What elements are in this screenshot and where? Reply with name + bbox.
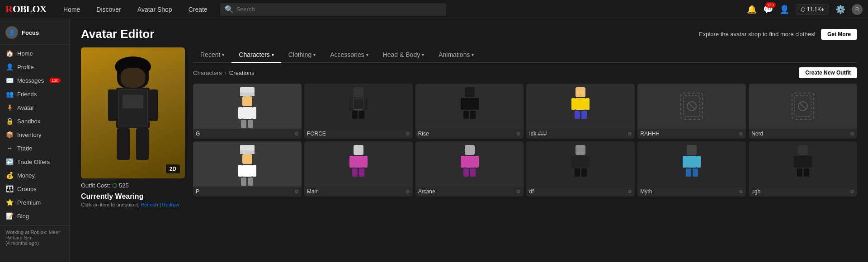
outfit-gear-rise[interactable]: ⚙ (516, 131, 521, 137)
unequip-label: Click an item to unequip it. (81, 202, 139, 207)
shop-banner-text: Explore the avatar shop to find more clo… (699, 31, 816, 37)
tab-clothing[interactable]: Clothing ▾ (281, 47, 323, 63)
outfit-item-p[interactable]: P ⚙ (193, 141, 302, 196)
outfit-thumb-rahhh (637, 84, 746, 129)
outfit-item-myth[interactable]: Myth ⚙ (637, 141, 746, 196)
sidebar-label-profile: Profile (17, 64, 34, 70)
outfit-gear-df[interactable]: ⚙ (627, 189, 632, 195)
sidebar-status-time: (4 months ago) (5, 240, 64, 246)
outfit-name-rise: Rise (418, 131, 429, 137)
empty-placeholder-rahhh (680, 93, 703, 120)
outfit-thumb-rise (415, 84, 524, 129)
tab-animations[interactable]: Animations ▾ (431, 47, 481, 63)
sidebar-item-premium[interactable]: ⭐ Premium (0, 196, 70, 209)
sidebar-item-home[interactable]: 🏠 Home (0, 47, 70, 60)
tab-head-body-arrow: ▾ (422, 52, 424, 57)
outfit-gear-p[interactable]: ⚙ (294, 189, 299, 195)
sidebar-user[interactable]: 👤 Focus (0, 23, 70, 45)
search-bar[interactable]: 🔍 (220, 3, 446, 16)
outfit-item-main[interactable]: Main ⚙ (304, 141, 413, 196)
settings-icon[interactable]: ⚙️ (835, 5, 845, 14)
avatar-icon: 🧍 (5, 104, 14, 111)
nav-discover[interactable]: Discover (88, 0, 129, 19)
sidebar-item-groups[interactable]: 👪 Groups (0, 182, 70, 196)
tab-characters[interactable]: Characters ▾ (231, 47, 281, 63)
get-more-button[interactable]: Get More (821, 29, 857, 40)
outfit-name-df: df (529, 188, 533, 195)
sidebar-item-avatar[interactable]: 🧍 Avatar (0, 101, 70, 114)
outfit-thumb-ugh (749, 141, 857, 187)
user-menu-icon[interactable]: R (852, 4, 863, 15)
outfit-thumb-df (526, 141, 635, 187)
outfit-item-ugh[interactable]: ugh ⚙ (749, 141, 857, 196)
friends-icon-sidebar: 👥 (5, 90, 14, 98)
sidebar-item-inventory[interactable]: 📦 Inventory (0, 128, 70, 141)
sidebar-item-blog[interactable]: 📝 Blog (0, 209, 70, 223)
tab-head-body[interactable]: Head & Body ▾ (376, 47, 432, 63)
robux-cost-icon: ⬡ (112, 182, 117, 189)
outfit-item-arcane[interactable]: Arcane ⚙ (415, 141, 524, 196)
breadcrumb: Characters › Creations (193, 70, 255, 76)
tab-recent-arrow: ▾ (222, 52, 224, 57)
sidebar-item-friends[interactable]: 👥 Friends (0, 87, 70, 101)
nav-home[interactable]: Home (55, 0, 88, 19)
outfit-name-myth: Myth (640, 188, 652, 195)
shop-banner: Explore the avatar shop to find more clo… (699, 29, 857, 40)
outfit-gear-ugh[interactable]: ⚙ (850, 189, 854, 195)
outfit-gear-idk[interactable]: ⚙ (627, 131, 632, 137)
create-outfit-button[interactable]: Create New Outfit (799, 67, 857, 78)
sidebar-item-messages[interactable]: ✉️ Messages 130 (0, 74, 70, 87)
outfit-item-idk[interactable]: Idk ### ⚙ (526, 84, 635, 139)
outfit-item-nerd[interactable]: Nerd ⚙ (749, 84, 857, 139)
outfit-thumb-force (304, 84, 413, 129)
sidebar-label-blog: Blog (17, 213, 29, 220)
svg-text:OBLOX: OBLOX (13, 3, 46, 14)
sidebar-label-groups: Groups (17, 186, 37, 192)
refresh-link[interactable]: Refresh (141, 202, 158, 207)
outfit-item-rise[interactable]: Rise ⚙ (415, 84, 524, 139)
robux-icon: ⬡ (801, 6, 805, 13)
page-header: Avatar Editor Explore the avatar shop to… (81, 27, 857, 41)
notifications-icon[interactable]: 🔔 (747, 5, 757, 14)
outfit-item-force[interactable]: FORCE ⚙ (304, 84, 413, 139)
outfit-gear-nerd[interactable]: ⚙ (850, 131, 854, 137)
outfit-grid-row1: G ⚙ (193, 84, 857, 139)
outfit-item-df[interactable]: df ⚙ (526, 141, 635, 196)
outfit-gear-myth[interactable]: ⚙ (739, 189, 743, 195)
sidebar-username: Focus (22, 29, 39, 36)
outfit-item-rahhh[interactable]: RAHHH ⚙ (637, 84, 746, 139)
outfit-grid-row2: P ⚙ (193, 141, 857, 196)
sidebar-item-sandbox[interactable]: 🔒 Sandbox (0, 114, 70, 128)
messages-icon[interactable]: 💬 130 (763, 5, 773, 14)
outfit-gear-force[interactable]: ⚙ (406, 131, 410, 137)
sidebar-item-trade[interactable]: ↔️ Trade (0, 141, 70, 155)
outfit-gear-rahhh[interactable]: ⚙ (739, 131, 743, 137)
tab-animations-arrow: ▾ (472, 52, 474, 57)
trade-offers-icon: ↩️ (5, 158, 14, 165)
breadcrumb-current: Creations (229, 70, 255, 76)
sidebar-item-profile[interactable]: 👤 Profile (0, 60, 70, 74)
sidebar-item-trade-offers[interactable]: ↩️ Trade Offers (0, 155, 70, 168)
tab-recent[interactable]: Recent ▾ (193, 47, 231, 63)
breadcrumb-parent[interactable]: Characters (193, 70, 222, 76)
outfit-item-g[interactable]: G ⚙ (193, 84, 302, 139)
sidebar-label-messages: Messages (17, 77, 44, 84)
sidebar-label-trade: Trade (17, 145, 32, 152)
outfit-name-idk: Idk ### (529, 131, 547, 137)
nav-avatar-shop[interactable]: Avatar Shop (129, 0, 180, 19)
search-input[interactable] (236, 6, 442, 13)
friends-icon[interactable]: 👤 (779, 5, 789, 14)
nav-create[interactable]: Create (180, 0, 216, 19)
roblox-logo[interactable]: R OBLOX (5, 2, 46, 17)
robux-button[interactable]: ⬡ 11.1K+ (796, 5, 829, 14)
profile-icon: 👤 (5, 63, 14, 70)
redraw-link[interactable]: Redraw (162, 202, 179, 207)
outfit-gear-g[interactable]: ⚙ (294, 131, 299, 137)
tabs-bar: Recent ▾ Characters ▾ Clothing ▾ Accesso… (193, 47, 857, 63)
svg-line-4 (688, 103, 695, 110)
sidebar-item-money[interactable]: 💰 Money (0, 168, 70, 182)
outfit-gear-main[interactable]: ⚙ (406, 189, 410, 195)
avatar-2d-badge[interactable]: 2D (165, 164, 180, 174)
outfit-gear-arcane[interactable]: ⚙ (516, 189, 521, 195)
tab-accessories[interactable]: Accessories ▾ (323, 47, 375, 63)
